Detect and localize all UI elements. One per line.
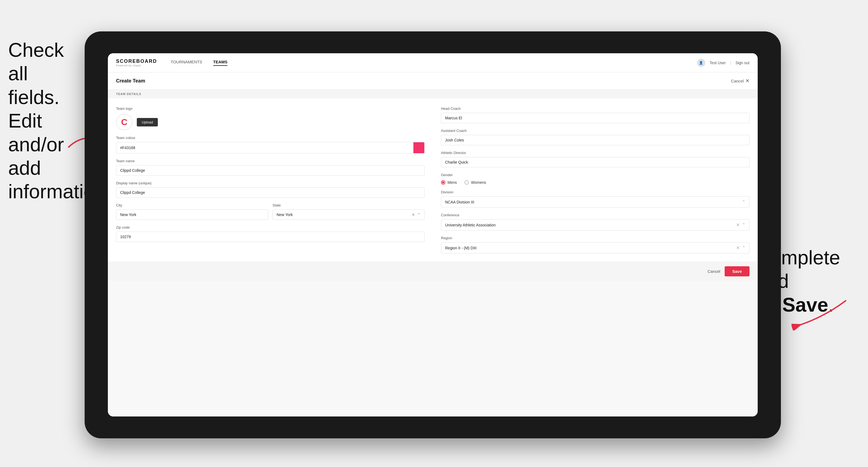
nav-teams[interactable]: TEAMS <box>213 60 228 66</box>
head-coach-group: Head Coach <box>441 106 749 123</box>
navbar: SCOREBOARD Powered by clippit TOURNAMENT… <box>108 53 758 72</box>
nav-tournaments[interactable]: TOURNAMENTS <box>170 60 202 66</box>
color-input-row <box>116 142 425 154</box>
athletic-director-input[interactable] <box>441 157 749 167</box>
gender-womens-label: Womens <box>471 180 486 185</box>
left-column: Team logo C Upload Team colour <box>116 106 425 253</box>
state-label: State <box>273 203 425 207</box>
gender-womens-radio[interactable]: Womens <box>464 180 486 185</box>
display-name-input[interactable] <box>116 187 425 198</box>
city-state-row: City State New York ✕ <box>116 203 425 220</box>
form-footer: Cancel Save <box>108 261 758 281</box>
region-clear-icon[interactable]: ✕ <box>736 245 740 250</box>
state-group: State New York ✕ ⌃ <box>273 203 425 220</box>
user-avatar: 👤 <box>697 59 705 67</box>
region-chevron-icon: ⌃ <box>742 245 745 250</box>
state-value: New York <box>277 213 293 217</box>
tablet-frame: SCOREBOARD Powered by clippit TOURNAMENT… <box>85 31 781 438</box>
upload-button[interactable]: Upload <box>137 118 158 126</box>
form-body: Team logo C Upload Team colour <box>108 98 758 261</box>
state-clear-icon[interactable]: ✕ <box>412 213 415 217</box>
city-state-group: City State New York ✕ <box>116 203 425 220</box>
athletic-director-group: Athletic Director <box>441 151 749 167</box>
gender-mens-label: Mens <box>447 180 457 185</box>
tablet-screen: SCOREBOARD Powered by clippit TOURNAMENT… <box>108 53 758 416</box>
city-group: City <box>116 203 268 220</box>
region-select[interactable]: Region II - (M) DIII ✕ ⌃ <box>441 242 749 253</box>
save-button[interactable]: Save <box>725 266 749 276</box>
mens-radio-dot <box>441 180 445 185</box>
conference-group: Conference University Athletic Associati… <box>441 213 749 230</box>
nav-links: TOURNAMENTS TEAMS <box>170 60 697 66</box>
region-label: Region <box>441 236 749 240</box>
division-group: Division NCAA Division III ⌃ <box>441 190 749 208</box>
team-colour-group: Team colour <box>116 136 425 154</box>
nav-right: 👤 Test User | Sign out <box>697 59 749 67</box>
assistant-coach-input[interactable] <box>441 135 749 145</box>
city-input[interactable] <box>116 210 268 220</box>
assistant-coach-label: Assistant Coach <box>441 129 749 133</box>
gender-group: Gender Mens Womens <box>441 173 749 185</box>
division-chevron-icon: ⌃ <box>742 199 745 205</box>
division-label: Division <box>441 190 749 194</box>
conference-value: University Athletic Association <box>445 223 736 227</box>
color-swatch[interactable] <box>413 142 424 153</box>
conference-select[interactable]: University Athletic Association ✕ ⌃ <box>441 219 749 230</box>
close-icon: ✕ <box>745 78 749 84</box>
display-name-group: Display name (unique) <box>116 181 425 198</box>
conference-clear-icon[interactable]: ✕ <box>736 222 740 227</box>
annotation-left: Check all fields. Edit and/or add inform… <box>8 38 85 204</box>
logo-area: SCOREBOARD Powered by clippit <box>116 58 157 67</box>
head-coach-input[interactable] <box>441 113 749 123</box>
team-logo-label: Team logo <box>116 106 425 111</box>
color-text-input[interactable] <box>116 143 413 153</box>
create-team-header: Create Team Cancel ✕ <box>108 72 758 90</box>
content-area: Create Team Cancel ✕ TEAM DETAILS Team l… <box>108 72 758 416</box>
gender-row: Mens Womens <box>441 180 749 185</box>
gender-mens-radio[interactable]: Mens <box>441 180 457 185</box>
conference-chevron-icon: ⌃ <box>742 222 745 227</box>
cancel-button[interactable]: Cancel <box>708 269 720 274</box>
logo-upload-area: C Upload <box>116 114 425 130</box>
state-select[interactable]: New York ✕ ⌃ <box>273 210 425 220</box>
zip-label: Zip code <box>116 225 425 229</box>
assistant-coach-group: Assistant Coach <box>441 129 749 145</box>
right-column: Head Coach Assistant Coach Athletic Dire… <box>441 106 749 253</box>
cancel-header-button[interactable]: Cancel ✕ <box>731 78 749 84</box>
zip-group: Zip code <box>116 225 425 242</box>
state-chevron-icon: ⌃ <box>417 213 421 217</box>
team-name-group: Team name <box>116 159 425 176</box>
team-logo-group: Team logo C Upload <box>116 106 425 130</box>
team-name-label: Team name <box>116 159 425 163</box>
conference-label: Conference <box>441 213 749 217</box>
region-value: Region II - (M) DIII <box>445 246 736 250</box>
display-name-label: Display name (unique) <box>116 181 425 185</box>
athletic-director-label: Athletic Director <box>441 151 749 155</box>
head-coach-label: Head Coach <box>441 106 749 111</box>
logo-main: SCOREBOARD <box>116 58 157 64</box>
arrow-right-icon <box>792 295 851 331</box>
division-value: NCAA Division III <box>445 200 742 204</box>
gender-label: Gender <box>441 173 749 177</box>
zip-input[interactable] <box>116 231 425 242</box>
region-group: Region Region II - (M) DIII ✕ ⌃ <box>441 236 749 253</box>
team-logo-circle: C <box>116 114 132 130</box>
team-logo-letter: C <box>121 117 127 127</box>
user-name: Test User <box>710 61 726 65</box>
division-select[interactable]: NCAA Division III ⌃ <box>441 196 749 208</box>
team-colour-label: Team colour <box>116 136 425 140</box>
section-header: TEAM DETAILS <box>108 90 758 98</box>
city-label: City <box>116 203 268 207</box>
sign-out-link[interactable]: Sign out <box>736 61 749 65</box>
team-name-input[interactable] <box>116 165 425 176</box>
create-team-title: Create Team <box>116 78 145 84</box>
womens-radio-dot <box>464 180 469 185</box>
logo-sub: Powered by clippit <box>116 64 157 67</box>
